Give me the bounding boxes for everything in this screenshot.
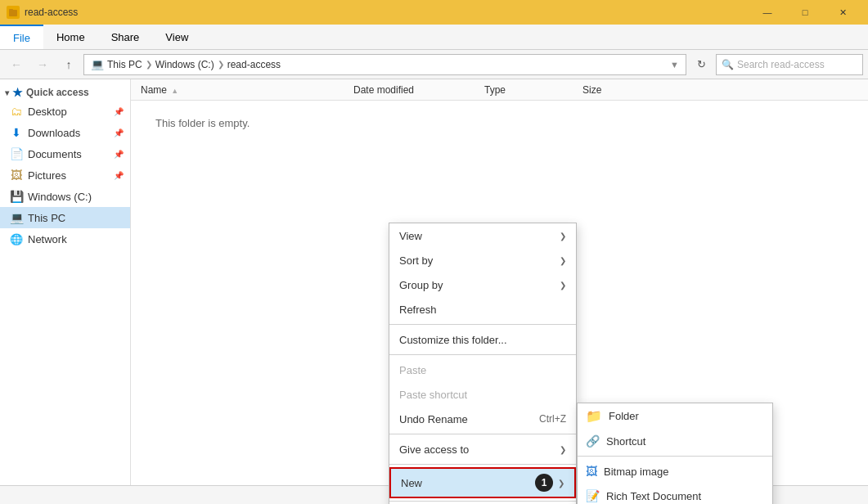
sort-arrow: ▲	[171, 87, 178, 95]
sidebar-item-pictures[interactable]: 🖼 Pictures 📌	[0, 164, 130, 186]
search-bar[interactable]: 🔍 Search read-access	[716, 54, 863, 75]
quick-access-arrow: ▾	[5, 88, 9, 97]
sidebar-item-windows-drive[interactable]: 💾 Windows (C:)	[0, 186, 130, 207]
window-controls: — □ ✕	[749, 0, 861, 25]
forward-button[interactable]: →	[31, 53, 54, 76]
cm-item-paste[interactable]: Paste	[389, 358, 576, 382]
address-home-icon: 💻	[91, 58, 104, 70]
cm-arrow-group-by: ❯	[560, 281, 566, 290]
cm-item-sort-by[interactable]: Sort by ❯	[389, 248, 576, 272]
sm-item-bitmap[interactable]: 🖼 Bitmap image	[578, 459, 772, 484]
cm-item-undo-rename[interactable]: Undo Rename Ctrl+Z	[389, 407, 576, 431]
nav-bar: ← → ↑ 💻 This PC ❯ Windows (C:) ❯ read-ac…	[0, 50, 868, 79]
sidebar-item-label: Documents	[28, 148, 82, 160]
sidebar-item-network[interactable]: 🌐 Network	[0, 228, 130, 250]
cm-sep-5	[389, 501, 576, 502]
cm-shortcut-undo: Ctrl+Z	[539, 413, 566, 425]
sidebar-item-documents[interactable]: 📄 Documents 📌	[0, 143, 130, 164]
documents-icon: 📄	[10, 147, 23, 160]
sidebar-item-label: Downloads	[28, 127, 80, 139]
folder-icon: 📁	[586, 408, 602, 424]
address-sep-2: ❯	[218, 60, 224, 69]
cm-item-customize[interactable]: Customize this folder...	[389, 327, 576, 352]
sm-label-rtf: Rich Text Document	[606, 490, 701, 502]
empty-folder-message: This folder is empty.	[131, 101, 868, 146]
cm-item-new[interactable]: New 1 ❯	[389, 467, 576, 498]
sidebar-item-label: Desktop	[28, 106, 67, 118]
ribbon-tabs: File Home Share View	[0, 25, 868, 49]
title-text: read-access	[25, 7, 78, 18]
bitmap-icon: 🖼	[586, 465, 597, 478]
cm-arrow-give-access: ❯	[560, 445, 566, 454]
address-dropdown-icon: ▼	[670, 60, 679, 70]
drive-icon: 💾	[10, 190, 23, 203]
sm-item-folder[interactable]: 📁 Folder	[578, 403, 772, 429]
sm-item-shortcut[interactable]: 🔗 Shortcut	[578, 429, 772, 453]
address-windows: Windows (C:)	[155, 59, 214, 70]
cm-label-undo-rename: Undo Rename	[399, 413, 468, 425]
title-bar: read-access — □ ✕	[0, 0, 868, 25]
cm-arrow-sort-by: ❯	[560, 256, 566, 265]
refresh-button[interactable]: ↻	[690, 53, 713, 76]
cm-sep-2	[389, 354, 576, 355]
tab-share[interactable]: Share	[98, 25, 153, 49]
col-header-name[interactable]: Name ▲	[137, 84, 350, 96]
close-button[interactable]: ✕	[824, 0, 861, 25]
cm-sep-3	[389, 434, 576, 434]
downloads-icon: ⬇	[10, 126, 23, 139]
tab-view[interactable]: View	[152, 25, 201, 49]
sidebar: ▾ ★ Quick access 🗂 Desktop 📌 ⬇ Downloads…	[0, 79, 131, 485]
cm-sep-4	[389, 464, 576, 465]
minimize-button[interactable]: —	[749, 0, 786, 25]
cm-item-group-by[interactable]: Group by ❯	[389, 272, 576, 297]
address-this-pc: This PC	[107, 59, 142, 70]
quick-access-label: Quick access	[26, 87, 89, 98]
cm-label-group-by: Group by	[399, 279, 443, 291]
up-button[interactable]: ↑	[57, 53, 80, 76]
sm-label-bitmap: Bitmap image	[604, 466, 668, 478]
cm-item-refresh[interactable]: Refresh	[389, 297, 576, 322]
cm-sep-1	[389, 324, 576, 325]
ribbon: File Home Share View	[0, 25, 868, 50]
network-icon: 🌐	[10, 232, 23, 245]
back-button[interactable]: ←	[5, 53, 28, 76]
desktop-icon: 🗂	[10, 105, 23, 118]
pin-icon-documents: 📌	[114, 150, 124, 159]
cm-item-give-access[interactable]: Give access to ❯	[389, 437, 576, 461]
address-folder: read-access	[227, 59, 281, 70]
tab-file[interactable]: File	[0, 25, 43, 49]
pin-icon-downloads: 📌	[114, 128, 124, 137]
cm-badge-new: 1	[535, 474, 553, 492]
cm-label-refresh: Refresh	[399, 304, 437, 316]
sidebar-item-desktop[interactable]: 🗂 Desktop 📌	[0, 101, 130, 122]
sm-sep-1	[578, 456, 772, 457]
search-icon: 🔍	[722, 59, 734, 70]
context-menu: View ❯ Sort by ❯ Group by ❯ Refresh Cust…	[389, 223, 577, 504]
col-header-date[interactable]: Date modified	[350, 84, 481, 96]
sm-label-folder: Folder	[609, 410, 639, 422]
address-sep-1: ❯	[146, 60, 152, 69]
shortcut-icon: 🔗	[586, 434, 600, 448]
tab-home[interactable]: Home	[43, 25, 98, 49]
cm-label-sort-by: Sort by	[399, 254, 433, 267]
maximize-button[interactable]: □	[786, 0, 824, 25]
cm-item-paste-shortcut[interactable]: Paste shortcut	[389, 382, 576, 407]
column-headers: Name ▲ Date modified Type Size	[131, 79, 868, 101]
cm-label-give-access: Give access to	[399, 443, 469, 456]
cm-item-view[interactable]: View ❯	[389, 223, 576, 248]
sidebar-section-quick-access[interactable]: ▾ ★ Quick access	[0, 83, 130, 101]
col-header-type[interactable]: Type	[481, 84, 579, 96]
rtf-icon: 📝	[586, 489, 600, 502]
pin-icon-pictures: 📌	[114, 171, 124, 180]
cm-arrow-view: ❯	[560, 232, 566, 241]
app-icon	[7, 6, 20, 19]
sidebar-item-label: Pictures	[28, 169, 66, 182]
sm-item-rtf[interactable]: 📝 Rich Text Document	[578, 484, 772, 504]
sidebar-item-label: Network	[28, 233, 67, 245]
cm-label-paste-shortcut: Paste shortcut	[399, 389, 467, 401]
address-bar[interactable]: 💻 This PC ❯ Windows (C:) ❯ read-access ▼	[83, 54, 686, 75]
svg-rect-0	[9, 10, 17, 16]
sidebar-item-downloads[interactable]: ⬇ Downloads 📌	[0, 122, 130, 143]
sidebar-item-this-pc[interactable]: 💻 This PC	[0, 207, 130, 228]
col-header-size[interactable]: Size	[579, 84, 645, 96]
